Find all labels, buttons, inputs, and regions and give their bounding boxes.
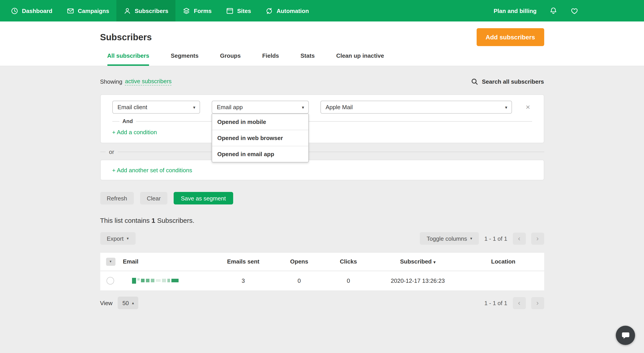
- search-all-label: Search all subscribers: [482, 78, 544, 85]
- next-page-button-bottom[interactable]: ›: [531, 297, 544, 309]
- menu-item-opened-in-web-browser[interactable]: Opened in web browser: [212, 130, 308, 146]
- condition-value: Apple Mail: [326, 104, 353, 110]
- redaction-block: [162, 279, 166, 282]
- actions-row: Refresh Clear Save as segment: [100, 192, 544, 204]
- tab-clean-up-inactive[interactable]: Clean up inactive: [336, 52, 384, 66]
- column-header-subscribed[interactable]: Subscribed▾: [373, 253, 462, 271]
- menu-item-opened-in-email-app[interactable]: Opened in email app: [212, 146, 308, 162]
- column-header-emails-sent[interactable]: Emails sent: [212, 253, 274, 271]
- nav-item-forms[interactable]: Forms: [176, 0, 218, 22]
- nav-item-dashboard[interactable]: Dashboard: [4, 0, 60, 22]
- nav-label: Sites: [237, 8, 251, 14]
- page-size-select[interactable]: 50 ▴: [118, 297, 138, 309]
- save-as-segment-button[interactable]: Save as segment: [174, 192, 233, 204]
- export-button[interactable]: Export ▾: [100, 232, 136, 245]
- browser-icon: [226, 7, 234, 14]
- next-page-button[interactable]: ›: [531, 232, 544, 244]
- nav-right: Plan and billing: [494, 0, 644, 22]
- subscribers-table: ▾ Email Emails sent Opens Clicks Subscri…: [100, 253, 544, 290]
- add-another-set-link[interactable]: + Add another set of conditions: [112, 167, 192, 174]
- summary-count: 1: [152, 216, 155, 224]
- remove-condition-button[interactable]: ×: [524, 102, 532, 112]
- table-row: 3 0 0 2020-12-17 13:26:23: [100, 271, 544, 290]
- search-all-subscribers-button[interactable]: Search all subscribers: [471, 78, 544, 86]
- refresh-button[interactable]: Refresh: [100, 192, 134, 204]
- row-checkbox[interactable]: [106, 277, 114, 284]
- notifications-bell-icon[interactable]: [549, 6, 558, 15]
- redaction-block: [141, 279, 144, 282]
- condition-value-select[interactable]: Apple Mail ▾: [320, 101, 512, 114]
- dashboard-icon: [11, 7, 18, 14]
- chevron-right-icon: ›: [536, 299, 539, 306]
- app-window: Dashboard Campaigns Subscribers Forms: [0, 0, 644, 353]
- person-icon: [124, 7, 131, 14]
- column-header-location[interactable]: Location: [462, 253, 544, 271]
- tab-segments[interactable]: Segments: [171, 52, 198, 66]
- cell-subscribed: 2020-12-17 13:26:23: [373, 271, 462, 290]
- summary-suffix: Subscribers.: [157, 216, 194, 224]
- chevron-left-icon: ‹: [518, 299, 520, 306]
- active-subscribers-link[interactable]: active subscribers: [125, 78, 172, 86]
- page-size-value: 50: [122, 300, 129, 306]
- column-header-opens[interactable]: Opens: [274, 253, 324, 271]
- nav-label: Forms: [194, 8, 212, 14]
- chat-icon: [620, 330, 630, 340]
- tab-groups[interactable]: Groups: [220, 52, 240, 66]
- page-header: Subscribers Add subscribers All subscrib…: [0, 22, 644, 66]
- cell-opens: 0: [274, 271, 324, 290]
- condition-operator-select[interactable]: Email app ▾: [212, 101, 308, 114]
- view-label: View: [100, 300, 112, 306]
- chat-launcher-button[interactable]: [616, 326, 635, 345]
- chevron-down-icon: ▾: [505, 105, 507, 110]
- chevron-down-icon: ▾: [193, 105, 195, 110]
- chevron-down-icon: ▾: [127, 236, 129, 241]
- toggle-columns-button[interactable]: Toggle columns ▾: [420, 232, 479, 245]
- tab-all-subscribers[interactable]: All subscribers: [107, 52, 149, 66]
- nav-item-campaigns[interactable]: Campaigns: [60, 0, 116, 22]
- chevron-down-icon: ▾: [110, 260, 112, 264]
- export-label: Export: [107, 235, 124, 242]
- sort-desc-icon: ▾: [434, 260, 436, 265]
- plan-and-billing-link[interactable]: Plan and billing: [494, 8, 536, 14]
- toggle-columns-label: Toggle columns: [427, 235, 467, 242]
- column-header-email[interactable]: Email: [118, 253, 212, 271]
- menu-item-opened-in-mobile[interactable]: Opened in mobile: [212, 114, 308, 130]
- select-all-dropdown-button[interactable]: ▾: [106, 258, 115, 266]
- add-set-card: + Add another set of conditions: [100, 160, 544, 180]
- redaction-block: [167, 279, 170, 282]
- clear-button[interactable]: Clear: [140, 192, 168, 204]
- cell-clicks: 0: [324, 271, 373, 290]
- prev-page-button-bottom[interactable]: ‹: [513, 297, 526, 309]
- redacted-email[interactable]: [132, 278, 212, 284]
- nav-item-subscribers[interactable]: Subscribers: [116, 0, 176, 22]
- results-summary: This list contains 1 Subscribers.: [100, 216, 544, 224]
- condition-field-select[interactable]: Email client ▾: [112, 101, 200, 114]
- top-nav: Dashboard Campaigns Subscribers Forms: [0, 0, 644, 22]
- nav-item-automation[interactable]: Automation: [258, 0, 316, 22]
- redaction-block: [132, 278, 136, 284]
- conditions-card: Email client ▾ Email app ▾ Opened in mob…: [100, 94, 544, 143]
- and-label: And: [119, 118, 136, 124]
- nav-items: Dashboard Campaigns Subscribers Forms: [0, 0, 316, 22]
- cell-location: [462, 271, 544, 290]
- showing-label: Showing: [100, 78, 122, 85]
- showing-row: Showing active subscribers Search all su…: [100, 78, 544, 86]
- tab-stats[interactable]: Stats: [300, 52, 315, 66]
- prev-page-button[interactable]: ‹: [513, 232, 526, 244]
- subscribed-label: Subscribed: [400, 258, 432, 265]
- pagination-range: 1 - 1 of 1: [484, 235, 507, 242]
- envelope-icon: [67, 7, 74, 14]
- search-icon: [471, 78, 478, 86]
- chevron-down-icon: ▾: [470, 236, 472, 241]
- and-divider: And: [112, 121, 532, 122]
- tab-fields[interactable]: Fields: [262, 52, 279, 66]
- chevron-up-icon: ▴: [132, 301, 134, 305]
- add-condition-link[interactable]: + Add a condition: [112, 129, 157, 136]
- favorites-heart-icon[interactable]: [570, 6, 579, 15]
- redaction-block: [150, 279, 154, 282]
- chevron-right-icon: ›: [536, 235, 539, 242]
- add-subscribers-button[interactable]: Add subscribers: [476, 28, 544, 46]
- column-header-clicks[interactable]: Clicks: [324, 253, 373, 271]
- redaction-block: [156, 280, 160, 282]
- nav-item-sites[interactable]: Sites: [219, 0, 258, 22]
